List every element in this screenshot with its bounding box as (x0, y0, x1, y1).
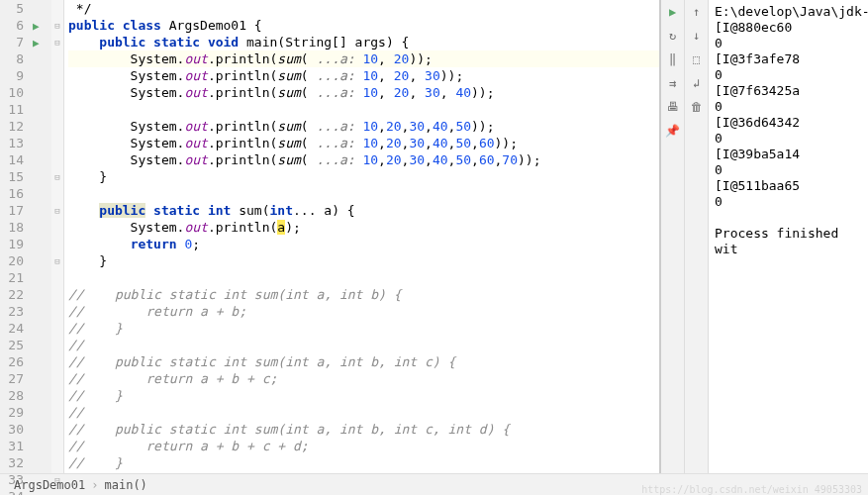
fold-icon (51, 370, 63, 387)
console-line: [I@880ec60 (715, 20, 862, 36)
line-number[interactable]: 8 (0, 50, 24, 67)
line-number[interactable]: 18 (0, 219, 24, 236)
breadcrumb-method[interactable]: main() (104, 478, 146, 492)
console-line: 0 (715, 67, 862, 83)
line-number[interactable]: 5 (0, 0, 24, 17)
line-number[interactable]: 26 (0, 353, 24, 370)
code-line[interactable] (68, 101, 659, 118)
code-line[interactable]: // return a + b; (68, 303, 659, 320)
code-line[interactable]: // return a + b + c + d; (68, 438, 659, 454)
run-toolbar: ▶ ↻ ‖ ⇉ 🖶 📌 (661, 0, 685, 473)
code-line[interactable]: } (68, 252, 659, 269)
pin-icon[interactable]: 📌 (661, 119, 684, 143)
code-line[interactable]: } (68, 168, 659, 185)
code-line[interactable]: public class ArgsDemo01 { (68, 17, 659, 34)
line-number[interactable]: 13 (0, 135, 24, 151)
fold-icon (51, 0, 63, 17)
fold-icon[interactable]: ⊟ (51, 168, 63, 185)
fold-icon (51, 438, 63, 454)
line-number[interactable]: 24 (0, 320, 24, 337)
code-line[interactable]: return 0; (68, 236, 659, 252)
code-line[interactable]: System.out.println(sum( ...a: 10, 20, 30… (68, 84, 659, 101)
line-number[interactable]: 25 (0, 337, 24, 353)
code-line[interactable]: // } (68, 387, 659, 404)
line-number[interactable]: 16 (0, 185, 24, 202)
console-line: Process finished wit (715, 226, 862, 242)
console-line: [I@3f3afe78 (715, 51, 862, 67)
code-line[interactable]: // public static int sum(int a, int b, i… (68, 421, 659, 438)
code-line[interactable]: // (68, 337, 659, 353)
line-number[interactable]: 17 (0, 202, 24, 219)
line-number[interactable]: 15 (0, 168, 24, 185)
line-number[interactable]: 27 (0, 370, 24, 387)
fold-icon[interactable]: ⊟ (51, 202, 63, 219)
console-line: [I@511baa65 (715, 178, 862, 194)
line-number[interactable]: 22 (0, 286, 24, 303)
down-icon[interactable]: ↓ (685, 24, 708, 48)
line-number[interactable]: 29 (0, 404, 24, 421)
rerun-icon[interactable]: ↻ (661, 24, 684, 48)
chevron-right-icon: › (91, 478, 98, 492)
line-number[interactable]: 21 (0, 269, 24, 286)
print-icon[interactable]: 🖶 (661, 95, 684, 119)
console-line: 0 (715, 162, 862, 178)
line-number[interactable]: 28 (0, 387, 24, 404)
line-number[interactable]: 12 (0, 118, 24, 135)
code-line[interactable]: // (68, 404, 659, 421)
code-body[interactable]: */public class ArgsDemo01 { public stati… (64, 0, 659, 473)
code-line[interactable]: System.out.println(a); (68, 219, 659, 236)
up-icon[interactable]: ↑ (685, 0, 708, 24)
run-icon[interactable]: ▶ (661, 0, 684, 24)
trash-icon[interactable]: 🗑 (685, 95, 708, 119)
line-number[interactable]: 10 (0, 84, 24, 101)
code-line[interactable]: System.out.println(sum( ...a: 10,20,30,4… (68, 135, 659, 151)
code-line[interactable]: // public static int sum(int a, int b, i… (68, 353, 659, 370)
fold-icon (51, 269, 63, 286)
run-gutter-icon[interactable]: ▶ (33, 37, 40, 50)
fold-icon[interactable]: ⊟ (51, 17, 63, 34)
fold-icon[interactable]: ⊟ (51, 34, 63, 50)
code-line[interactable]: public static int sum(int... a) { (68, 202, 659, 219)
code-editor[interactable]: 5678910111213141516171819202122232425262… (0, 0, 660, 473)
editor-gutter: 5678910111213141516171819202122232425262… (0, 0, 64, 473)
run-gutter-icon[interactable]: ▶ (33, 20, 40, 33)
code-line[interactable] (68, 269, 659, 286)
stack-icon[interactable]: ⬚ (685, 48, 708, 71)
line-number[interactable]: 19 (0, 236, 24, 252)
line-number[interactable]: 7 (0, 34, 24, 50)
line-number[interactable]: 9 (0, 67, 24, 84)
layout-icon[interactable]: ⇉ (661, 71, 684, 95)
console-line: [I@7f63425a (715, 83, 862, 99)
line-number[interactable]: 6 (0, 17, 24, 34)
console-output[interactable]: E:\develop\Java\jdk- [I@880ec600[I@3f3af… (709, 0, 868, 473)
console-line: 0 (715, 99, 862, 115)
code-line[interactable]: System.out.println(sum( ...a: 10, 20)); (68, 50, 659, 67)
fold-icon[interactable]: ⊟ (51, 252, 63, 269)
line-number[interactable]: 30 (0, 421, 24, 438)
code-line[interactable]: System.out.println(sum( ...a: 10,20,30,4… (68, 118, 659, 135)
code-line[interactable]: System.out.println(sum( ...a: 10, 20, 30… (68, 67, 659, 84)
code-line[interactable]: } (68, 471, 659, 473)
line-number[interactable]: 14 (0, 151, 24, 168)
code-line[interactable]: // } (68, 320, 659, 337)
fold-icon (51, 101, 63, 118)
fold-icon (51, 387, 63, 404)
code-line[interactable]: public static void main(String[] args) { (68, 34, 659, 50)
fold-icon (51, 118, 63, 135)
code-line[interactable]: // public static int sum(int a, int b) { (68, 286, 659, 303)
line-number[interactable]: 23 (0, 303, 24, 320)
code-line[interactable]: // } (68, 454, 659, 471)
wrap-icon[interactable]: ↲ (685, 71, 708, 95)
code-line[interactable] (68, 185, 659, 202)
fold-icon (51, 67, 63, 84)
code-line[interactable]: System.out.println(sum( ...a: 10,20,30,4… (68, 151, 659, 168)
code-line[interactable]: // return a + b + c; (68, 370, 659, 387)
line-number[interactable]: 31 (0, 438, 24, 454)
fold-icon (51, 84, 63, 101)
code-line[interactable]: */ (68, 0, 659, 17)
line-number[interactable]: 32 (0, 454, 24, 471)
line-number[interactable]: 20 (0, 252, 24, 269)
pause-icon[interactable]: ‖ (661, 48, 684, 71)
console-line: [I@36d64342 (715, 115, 862, 131)
line-number[interactable]: 11 (0, 101, 24, 118)
